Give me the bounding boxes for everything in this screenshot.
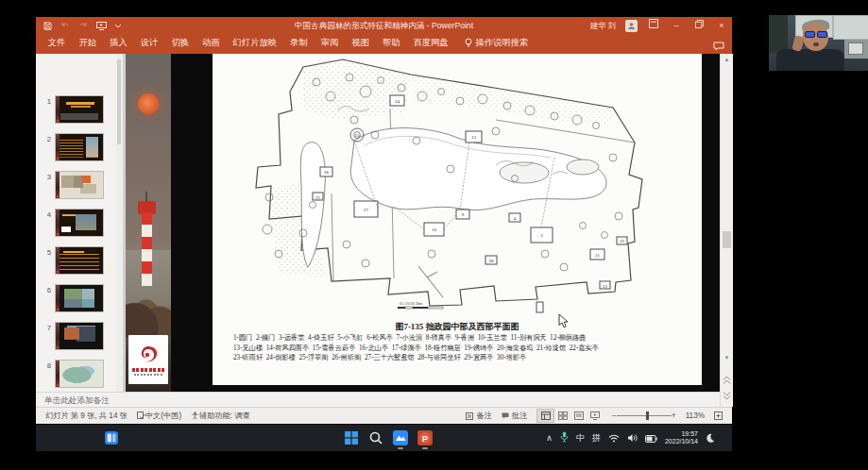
slide-thumbnail-3[interactable] [55, 171, 104, 199]
powerpoint-window: 中国古典园林的形式特征和精神内涵 - PowerPoint 建华 刘 – × 文… [36, 17, 732, 423]
lightbulb-icon [465, 38, 472, 48]
notes-placeholder: 单击此处添加备注 [36, 393, 720, 408]
notes-toggle[interactable]: 备注 [466, 411, 491, 421]
title-bar: 中国古典园林的形式特征和精神内涵 - PowerPoint 建华 刘 – × [36, 17, 732, 34]
spellcheck-icon[interactable] [137, 411, 145, 420]
slide-sorter-view-button[interactable] [554, 410, 570, 422]
thumbnail-row: 4 [36, 209, 123, 246]
tab-transitions[interactable]: 切换 [164, 34, 196, 52]
logo-swirl-icon [136, 344, 161, 366]
tab-view[interactable]: 视图 [345, 34, 376, 52]
powerpoint-app-icon[interactable]: P [417, 430, 433, 445]
battery-icon[interactable] [645, 429, 657, 446]
school-logo [128, 335, 168, 384]
slide-thumbnail-7[interactable] [55, 322, 104, 350]
meeting-app-icon[interactable] [393, 430, 408, 445]
tell-me-search[interactable]: 操作说明搜索 [465, 37, 529, 49]
vertical-scrollbar[interactable]: ▲ ▼ [720, 54, 733, 407]
slide-thumbnail-4[interactable] [55, 209, 104, 237]
fit-to-window-button[interactable] [714, 411, 723, 420]
thumbnail-scrollbar[interactable] [116, 54, 122, 407]
background-plant [769, 15, 788, 53]
user-name[interactable]: 建华 刘 [590, 21, 616, 31]
figure-caption: 图7-135 拙政园中部及西部平面图 [213, 321, 702, 333]
webcam-video[interactable] [769, 15, 868, 71]
slide-number: 8 [38, 361, 51, 370]
minimize-button[interactable]: – [670, 19, 683, 32]
tab-baidu-netdisk[interactable]: 百度网盘 [406, 34, 454, 52]
restore-button[interactable] [692, 19, 706, 32]
reading-view-button[interactable] [570, 410, 587, 422]
tray-expand-chevron-icon[interactable]: ∧ [546, 433, 553, 443]
glasses-icon [805, 31, 827, 38]
accessibility-status[interactable]: 辅助功能: 调查 [199, 411, 250, 421]
avatar[interactable] [625, 20, 638, 32]
tab-home[interactable]: 开始 [73, 34, 104, 52]
mouse-cursor [558, 314, 569, 332]
slide-thumbnail-5[interactable] [55, 246, 104, 275]
previous-slide-button[interactable] [721, 377, 733, 388]
next-slide-button[interactable] [721, 392, 733, 403]
zoom-percentage[interactable]: 113% [686, 411, 705, 420]
comments-toggle[interactable]: 批注 [502, 411, 527, 421]
person-torso [776, 49, 844, 71]
logo-calligraphy [132, 368, 164, 372]
slideshow-view-button[interactable] [587, 410, 603, 422]
thumbnail-row: 6 [36, 284, 123, 322]
ime-mode-indicator[interactable]: 拼 [592, 432, 601, 445]
tab-review[interactable]: 审阅 [315, 34, 346, 52]
scale-bar-label: 0 5 10 20 30m [400, 301, 423, 306]
ime-language-indicator[interactable]: 中 [576, 432, 585, 445]
slide-thumbnail-8[interactable] [55, 360, 104, 388]
logo-subtitle [134, 374, 162, 376]
zoom-in-button[interactable]: + [672, 411, 676, 420]
account-area: 建华 刘 – × [590, 17, 728, 34]
scrollbar-thumb[interactable] [723, 231, 731, 248]
svg-text:15: 15 [355, 133, 361, 138]
tab-slideshow[interactable]: 幻灯片放映 [227, 34, 283, 52]
notes-pane[interactable]: 单击此处添加备注 [36, 392, 720, 408]
figure-legend: 1-园门 2-腰门 3-远香堂 4-倚玉轩 5-小飞虹 6-松风亭 7-小沧浪 … [233, 333, 698, 363]
slide-photo-strip[interactable] [126, 54, 171, 392]
scroll-up-arrow[interactable]: ▲ [721, 54, 733, 65]
thumbnail-row: 2 [36, 133, 123, 171]
garden-plan-drawing: 24 15 26 27 10 9 13 4 3 21 22 28 23 25 [213, 54, 702, 320]
thumbnail-row: 1 [36, 95, 123, 133]
scroll-down-arrow[interactable]: ▼ [721, 352, 733, 363]
close-button[interactable]: × [715, 19, 728, 32]
language-indicator[interactable]: 中文(中国) [145, 411, 181, 421]
start-button[interactable] [344, 430, 359, 445]
tab-design[interactable]: 设计 [134, 34, 165, 52]
slide-number: 4 [38, 210, 51, 219]
tab-insert[interactable]: 插入 [103, 34, 134, 52]
wifi-icon[interactable] [608, 429, 620, 446]
cabinet [833, 15, 868, 40]
svg-text:26: 26 [324, 170, 330, 175]
slide-number: 3 [38, 173, 51, 181]
slide-thumbnail-6[interactable] [55, 284, 104, 312]
ribbon-display-options-icon[interactable] [647, 19, 660, 32]
comments-bubble-icon[interactable] [713, 38, 724, 55]
slide-thumbnail-2[interactable] [55, 133, 104, 161]
status-bar: 幻灯片 第 9 张, 共 14 张 中文(中国) 辅助功能: 调查 备注 批注 [36, 407, 732, 424]
speaker-icon[interactable] [627, 429, 638, 446]
zoom-slider[interactable] [617, 410, 672, 422]
tab-record[interactable]: 录制 [283, 34, 315, 52]
microphone-icon[interactable] [560, 429, 569, 446]
search-icon[interactable] [368, 430, 383, 445]
focus-moon-icon[interactable] [706, 429, 715, 446]
tab-help[interactable]: 帮助 [376, 34, 407, 52]
taskbar-clock[interactable]: 19:57 2022/10/14 [665, 430, 698, 445]
svg-text:27: 27 [364, 208, 369, 212]
widgets-icon[interactable] [104, 430, 119, 445]
slide-position: 幻灯片 第 9 张, 共 14 张 [45, 411, 128, 421]
slide-thumbnail-1[interactable] [55, 95, 104, 124]
svg-text:21: 21 [595, 253, 601, 258]
tab-animations[interactable]: 动画 [196, 34, 227, 52]
lighthouse-tower [142, 212, 152, 286]
accessibility-icon[interactable] [191, 411, 199, 420]
normal-view-button[interactable] [536, 409, 554, 423]
garden-plan-image[interactable]: 24 15 26 27 10 9 13 4 3 21 22 28 23 25 [213, 54, 702, 385]
svg-text:10: 10 [432, 227, 437, 232]
tab-file[interactable]: 文件 [42, 34, 73, 52]
